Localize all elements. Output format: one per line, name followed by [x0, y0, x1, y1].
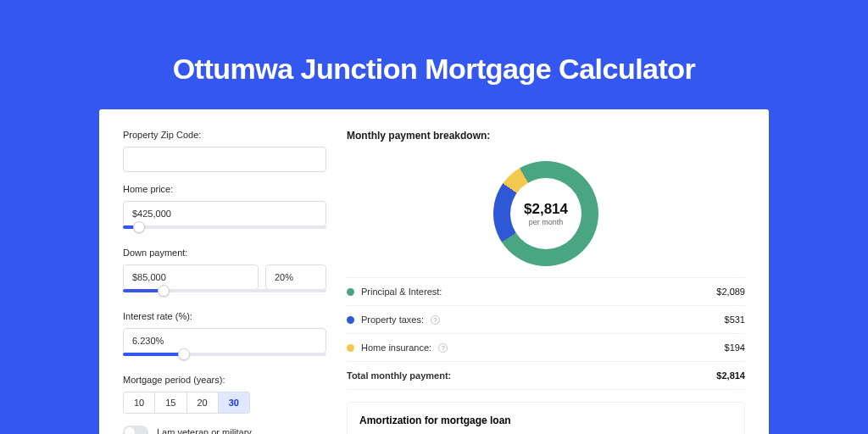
zip-block: Property Zip Code: [123, 130, 326, 172]
rate-input[interactable] [123, 328, 326, 353]
page-title: Ottumwa Junction Mortgage Calculator [0, 0, 868, 109]
legend-dot-icon [347, 288, 354, 296]
veteran-label: I am veteran or military [157, 427, 252, 434]
legend-dot-icon [347, 344, 354, 352]
period-option-30[interactable]: 30 [219, 392, 250, 414]
down-slider[interactable] [123, 289, 326, 299]
period-block: Mortgage period (years): 10152030 [123, 375, 326, 414]
form-column: Property Zip Code: Home price: Down paym… [123, 130, 326, 434]
price-label: Home price: [123, 184, 326, 194]
summary-column: Monthly payment breakdown: $2,814 per mo… [347, 130, 745, 434]
info-icon[interactable]: ? [438, 343, 448, 353]
period-option-20[interactable]: 20 [187, 392, 219, 414]
zip-label: Property Zip Code: [123, 130, 326, 140]
donut-center-value: $2,814 [524, 201, 568, 218]
veteran-row: I am veteran or military [123, 426, 326, 434]
legend-label: Property taxes: [361, 314, 424, 325]
legend-row-principal_interest: Principal & Interest:$2,089 [347, 278, 745, 306]
rate-slider[interactable] [123, 353, 326, 363]
period-segmented: 10152030 [123, 392, 326, 414]
price-block: Home price: [123, 184, 326, 236]
legend-total-value: $2,814 [716, 370, 745, 381]
zip-input[interactable] [123, 147, 326, 172]
price-input[interactable] [123, 201, 326, 226]
period-option-10[interactable]: 10 [123, 392, 155, 414]
down-label: Down payment: [123, 248, 326, 258]
period-label: Mortgage period (years): [123, 375, 326, 385]
legend-dot-icon [347, 316, 354, 324]
down-amount-input[interactable] [123, 264, 259, 290]
legend-value: $194 [725, 342, 745, 353]
down-block: Down payment: [123, 248, 326, 299]
legend-label: Home insurance: [361, 342, 431, 353]
price-slider[interactable] [123, 225, 326, 236]
legend-label: Principal & Interest: [361, 287, 442, 297]
calculator-card: Property Zip Code: Home price: Down paym… [99, 109, 769, 434]
down-percent-input[interactable] [265, 264, 326, 290]
period-option-15[interactable]: 15 [155, 392, 186, 414]
donut-center-sub: per month [529, 218, 564, 226]
legend-row-property_taxes: Property taxes:?$531 [347, 306, 745, 334]
rate-label: Interest rate (%): [123, 311, 326, 321]
legend: Principal & Interest:$2,089Property taxe… [347, 277, 745, 390]
info-icon[interactable]: ? [431, 315, 440, 325]
donut-chart: $2,814 per month [347, 150, 745, 277]
breakdown-title: Monthly payment breakdown: [347, 130, 745, 142]
legend-total-label: Total monthly payment: [347, 370, 451, 381]
legend-row-home_insurance: Home insurance:?$194 [347, 334, 745, 362]
veteran-toggle[interactable] [123, 426, 148, 434]
legend-row-total: Total monthly payment:$2,814 [347, 362, 745, 390]
amortization-title: Amortization for mortgage loan [359, 415, 732, 426]
legend-value: $531 [725, 314, 745, 325]
rate-block: Interest rate (%): [123, 311, 326, 363]
legend-value: $2,089 [716, 287, 745, 297]
amortization-card: Amortization for mortgage loan Amortizat… [347, 402, 745, 434]
